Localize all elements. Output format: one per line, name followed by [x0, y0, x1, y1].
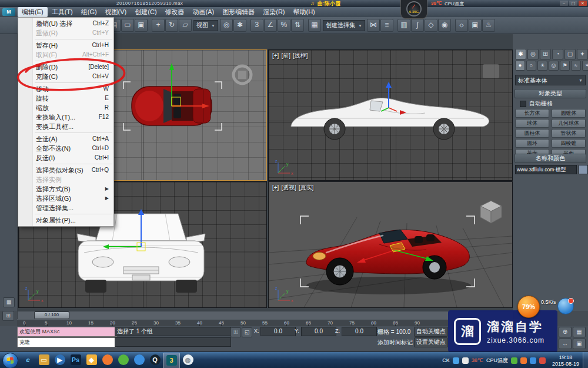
object-type-torus-button[interactable]: 圆环: [515, 139, 549, 148]
close-button[interactable]: ✕: [579, 1, 587, 6]
edit-menu-item-scale[interactable]: 缩放R: [18, 103, 113, 112]
percent-snap-icon[interactable]: %: [278, 19, 290, 32]
speed-ball-widget[interactable]: 79%: [517, 296, 540, 318]
category-helpers[interactable]: ⚑: [560, 61, 570, 71]
taskbar-media-player[interactable]: ▶: [52, 353, 68, 367]
viewport-front[interactable]: [+][前][线框] x z y: [268, 49, 513, 181]
reference-coordinate-dropdown[interactable]: 视图▼: [193, 20, 218, 31]
edit-menu-item-delete[interactable]: 删除(D)[Delete]: [18, 62, 113, 72]
auto-key-button[interactable]: 自动关键点: [414, 327, 448, 337]
edit-menu-item-hold[interactable]: 暂存(H)Ctrl+H: [18, 41, 113, 50]
edit-menu-item-transform-type-in[interactable]: 变换输入(T)...F12: [18, 112, 113, 122]
tab-modify[interactable]: ◎: [527, 49, 539, 59]
menu-animation[interactable]: 动画(A): [189, 7, 219, 17]
select-and-rotate-icon[interactable]: ↻: [165, 19, 178, 32]
tray-icon-orange[interactable]: [520, 357, 527, 364]
use-pivot-point-icon[interactable]: ◎: [220, 19, 233, 32]
edit-named-selection-sets-icon[interactable]: ▦: [308, 19, 321, 32]
tray-icon-white[interactable]: [462, 357, 469, 364]
layer-manager-icon[interactable]: ▥: [397, 19, 410, 32]
maxscript-listener-pink[interactable]: 欢迎使用 MAXSc: [17, 327, 117, 337]
mirror-icon[interactable]: ⋈: [367, 19, 380, 32]
menu-views[interactable]: 视图(V): [101, 7, 131, 17]
taskbar-clock[interactable]: 19:18 2015-08-19: [549, 354, 583, 367]
align-icon[interactable]: ≡: [380, 19, 393, 32]
object-type-pyramid-button[interactable]: 四棱锥: [552, 139, 586, 148]
left-dock-icon[interactable]: ▦: [3, 297, 15, 307]
edit-menu-item-fetch[interactable]: 取回(F)Alt+Ctrl+F: [18, 50, 113, 59]
time-slider[interactable]: 0 / 100: [34, 311, 69, 319]
edit-menu-item-move[interactable]: 移动W: [18, 84, 113, 94]
select-and-manipulate-icon[interactable]: ✱: [233, 19, 246, 32]
autogrid-checkbox[interactable]: [520, 101, 526, 107]
taskbar-yellow-app[interactable]: ◆: [83, 353, 99, 367]
viewport-menu-plus[interactable]: [+]: [272, 52, 279, 59]
edit-menu-item-object-properties[interactable]: 对象属性(P)...: [18, 216, 113, 225]
object-type-cone-button[interactable]: 圆锥体: [552, 109, 586, 118]
maximize-button[interactable]: ▢: [569, 1, 577, 6]
car-top-view[interactable]: [115, 58, 230, 138]
menu-edit[interactable]: 编辑(E): [18, 7, 48, 17]
z-coordinate-field[interactable]: 0.0: [342, 327, 377, 336]
render-setup-icon[interactable]: ☼: [455, 19, 468, 32]
pan-icon[interactable]: ↔: [559, 339, 572, 349]
edit-menu-item-select-similar[interactable]: 选择类似对象(S)Ctrl+Q: [18, 165, 113, 175]
edit-menu-item-selection-region[interactable]: 选择区域(G)▶: [18, 194, 113, 203]
title-bar[interactable]: 2010071618512059310.max ♫ 曲:陈小霞 38℃ CPU温…: [0, 0, 588, 7]
set-key-button[interactable]: 设置关键点: [414, 337, 448, 347]
edit-menu-item-rotate[interactable]: 旋转E: [18, 94, 113, 103]
menu-modifiers[interactable]: 修改器: [161, 7, 189, 17]
start-button[interactable]: [2, 353, 18, 368]
menu-create[interactable]: 创建(C): [131, 7, 161, 17]
zoom-icon[interactable]: ⊕: [559, 327, 572, 337]
viewport-menu-shading[interactable]: [线框]: [293, 52, 308, 59]
window-crossing-icon[interactable]: ▣: [135, 19, 148, 32]
edit-menu-item-select-all[interactable]: 全选(A)Ctrl+A: [18, 134, 113, 144]
category-lights[interactable]: ☀: [537, 61, 547, 71]
object-type-tube-button[interactable]: 管状体: [552, 129, 586, 138]
edit-menu-item-manage-selection-sets[interactable]: 管理选择集...: [18, 203, 113, 213]
object-name-field[interactable]: www.3dliulu.com-模型: [515, 165, 577, 174]
viewport-menu-plus[interactable]: [+]: [272, 184, 279, 191]
viewport-menu-view[interactable]: [前]: [281, 52, 290, 59]
material-editor-icon[interactable]: ◉: [438, 19, 451, 32]
named-selection-sets-dropdown[interactable]: 创建选择集▼: [323, 20, 365, 31]
taskbar-qq[interactable]: Q: [147, 353, 163, 367]
select-and-scale-icon[interactable]: ▱: [179, 19, 192, 32]
taskbar-white-app[interactable]: ◍: [180, 353, 196, 367]
angle-snap-icon[interactable]: ∠: [264, 19, 277, 32]
curve-editor-icon[interactable]: ∫: [411, 19, 424, 32]
category-geometry[interactable]: ●: [515, 61, 525, 71]
render-production-icon[interactable]: ♨: [482, 19, 495, 32]
maximize-viewport-icon[interactable]: ▣: [573, 339, 586, 349]
menu-tools[interactable]: 工具(T): [48, 7, 77, 17]
tray-icon-red[interactable]: [539, 357, 546, 364]
absolute-mode-icon[interactable]: ◱: [242, 327, 252, 337]
track-bar[interactable]: 0 / 100: [17, 311, 514, 320]
viewcube-home-icon[interactable]: [483, 64, 499, 78]
tray-ball-icon[interactable]: [557, 298, 574, 314]
tab-create[interactable]: ✱: [515, 49, 526, 59]
object-type-cylinder-button[interactable]: 圆柱体: [515, 129, 549, 138]
schematic-view-icon[interactable]: ◇: [425, 19, 437, 32]
rendered-frame-icon[interactable]: ▣: [469, 19, 482, 32]
viewport-perspective[interactable]: [+][透视][真实]: [268, 181, 513, 308]
taskbar-folder[interactable]: ▭: [36, 353, 52, 367]
edit-menu-item-transform-toolbox[interactable]: 变换工具框...: [18, 122, 113, 131]
snap-toggle-icon[interactable]: 3: [250, 19, 263, 32]
category-cameras[interactable]: ◎: [549, 61, 559, 71]
menu-help[interactable]: 帮助(H): [289, 7, 319, 17]
trackbar-grid-icon[interactable]: ⊞: [2, 311, 14, 321]
edit-menu-item-select-none[interactable]: 全部不选(N)Ctrl+D: [18, 144, 113, 153]
taskbar-green-360[interactable]: [115, 353, 131, 367]
y-coordinate-field[interactable]: 0.0: [301, 327, 336, 336]
minimize-button[interactable]: –: [560, 1, 568, 6]
tab-motion[interactable]: ◔: [552, 49, 563, 59]
category-space-warps[interactable]: ≈: [571, 61, 581, 71]
menu-group[interactable]: 组(G): [77, 7, 101, 17]
select-and-move-icon[interactable]: +: [152, 19, 165, 32]
spinner-snap-icon[interactable]: ⇅: [291, 19, 304, 32]
viewcube-top-icon[interactable]: [228, 61, 256, 89]
name-color-rollout[interactable]: 名称和颜色: [514, 154, 586, 163]
menu-graph-editors[interactable]: 图形编辑器: [218, 7, 259, 17]
